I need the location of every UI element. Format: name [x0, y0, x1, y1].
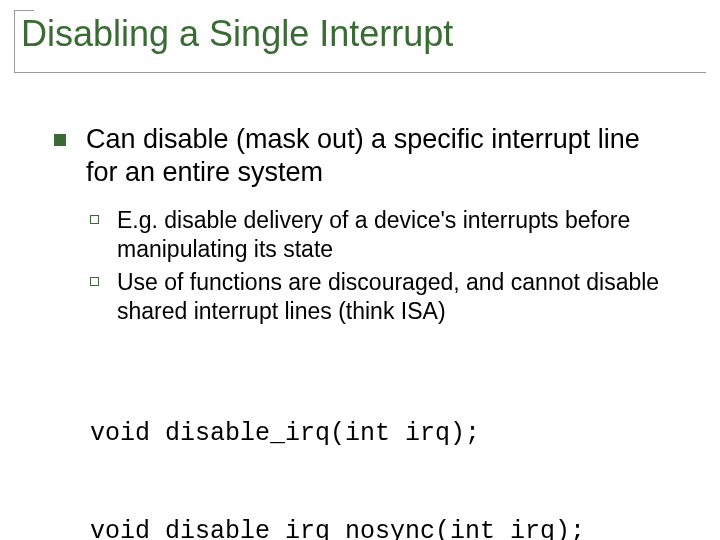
sub-bullet: E.g. disable delivery of a device's inte…: [90, 206, 672, 264]
hollow-square-bullet-icon: [90, 277, 99, 286]
title-area: Disabling a Single Interrupt: [14, 10, 706, 73]
sub-point-text: Use of functions are discouraged, and ca…: [117, 268, 672, 326]
sub-point-text: E.g. disable delivery of a device's inte…: [117, 206, 672, 264]
main-bullet: Can disable (mask out) a specific interr…: [54, 123, 672, 189]
code-line: void disable_irq_nosync(int irq);: [90, 516, 672, 540]
code-block: void disable_irq(int irq); void disable_…: [90, 353, 672, 540]
hollow-square-bullet-icon: [90, 215, 99, 224]
square-bullet-icon: [54, 134, 66, 146]
slide-title: Disabling a Single Interrupt: [14, 10, 706, 73]
slide-body: Can disable (mask out) a specific interr…: [0, 73, 720, 540]
sub-bullet-list: E.g. disable delivery of a device's inte…: [90, 206, 672, 325]
sub-bullet: Use of functions are discouraged, and ca…: [90, 268, 672, 326]
main-point-text: Can disable (mask out) a specific interr…: [86, 123, 672, 189]
slide: Disabling a Single Interrupt Can disable…: [0, 10, 720, 540]
code-line: void disable_irq(int irq);: [90, 418, 672, 451]
